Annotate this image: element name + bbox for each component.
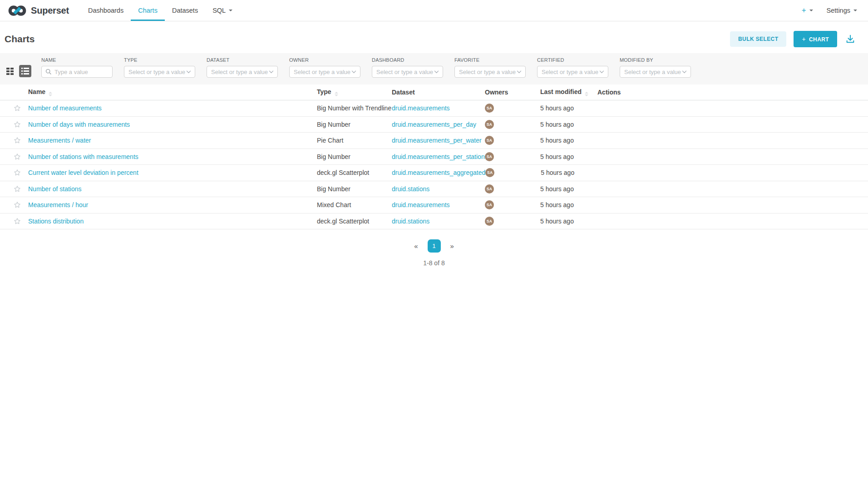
- owner-avatar: SA: [485, 184, 494, 193]
- sort-icon: [49, 92, 52, 96]
- filter-owner: OWNER Select or type a value: [289, 57, 360, 78]
- filter-favorite: FAVORITE Select or type a value: [454, 57, 526, 78]
- list-view-icon: [21, 68, 29, 74]
- nav-item-charts[interactable]: Charts: [131, 0, 165, 21]
- chart-name-link[interactable]: Number of stations: [28, 185, 82, 193]
- table-row: Measurements / hour Mixed Chart druid.me…: [0, 197, 868, 213]
- chevron-down-icon: [599, 70, 604, 74]
- nav-item-sql[interactable]: SQL: [205, 0, 240, 21]
- last-modified-cell: 5 hours ago: [540, 153, 597, 160]
- page-title: Charts: [5, 34, 35, 45]
- filter-label: FAVORITE: [454, 57, 526, 63]
- dataset-link[interactable]: druid.stations: [392, 185, 429, 193]
- table-row: Number of days with measurements Big Num…: [0, 117, 868, 133]
- chevron-down-icon: [853, 10, 857, 11]
- nav-item-datasets[interactable]: Datasets: [165, 0, 205, 21]
- column-header-dataset: Dataset: [392, 89, 485, 96]
- favorite-star-button[interactable]: [14, 121, 21, 128]
- owner-avatar: SA: [485, 136, 494, 145]
- favorite-star-button[interactable]: [14, 201, 21, 208]
- modified-by-filter-select[interactable]: Select or type a value: [620, 66, 691, 78]
- dataset-filter-select[interactable]: Select or type a value: [207, 66, 278, 78]
- chevron-down-icon: [351, 70, 356, 74]
- certified-filter-select[interactable]: Select or type a value: [537, 66, 608, 78]
- filter-type: TYPE Select or type a value: [124, 57, 195, 78]
- chart-name-link[interactable]: Current water level deviation in percent: [28, 169, 138, 176]
- nav-item-dashboards[interactable]: Dashboards: [81, 0, 131, 21]
- filter-label: MODIFIED BY: [620, 57, 691, 63]
- owner-avatar: SA: [485, 168, 494, 177]
- dataset-link[interactable]: druid.stations: [392, 218, 429, 225]
- bulk-select-button[interactable]: BULK SELECT: [730, 31, 786, 47]
- dataset-link[interactable]: druid.measurements_per_station: [392, 153, 485, 160]
- charts-table: Name Type Dataset Owners Last modified A…: [0, 84, 868, 267]
- chart-name-link[interactable]: Number of days with measurements: [28, 121, 130, 128]
- dataset-link[interactable]: druid.measurements: [392, 104, 450, 112]
- header-actions: BULK SELECT +CHART: [730, 31, 856, 47]
- filter-label: CERTIFIED: [537, 57, 608, 63]
- new-item-dropdown[interactable]: +: [802, 6, 813, 15]
- pagination: « 1 »: [0, 239, 868, 253]
- column-header-type[interactable]: Type: [317, 88, 392, 96]
- table-row: Current water level deviation in percent…: [0, 165, 868, 181]
- dataset-link[interactable]: druid.measurements_aggregated: [392, 169, 485, 176]
- filter-label: NAME: [41, 57, 113, 63]
- star-icon: [14, 185, 21, 193]
- last-modified-cell: 5 hours ago: [540, 201, 597, 208]
- dataset-link[interactable]: druid.measurements_per_water: [392, 137, 482, 144]
- chart-name-link[interactable]: Stations distribution: [28, 218, 84, 225]
- column-header-name[interactable]: Name: [28, 88, 317, 96]
- list-view-toggle[interactable]: [19, 65, 31, 77]
- chart-name-link[interactable]: Measurements / water: [28, 137, 91, 144]
- owner-avatar: SA: [485, 217, 494, 226]
- chart-type-cell: deck.gl Scatterplot: [317, 218, 392, 225]
- star-icon: [14, 218, 21, 225]
- column-header-last-modified[interactable]: Last modified: [540, 88, 597, 96]
- pagination-next-button[interactable]: »: [450, 242, 454, 250]
- owner-filter-select[interactable]: Select or type a value: [289, 66, 360, 78]
- chevron-down-icon: [809, 10, 813, 11]
- chart-name-link[interactable]: Number of stations with measurements: [28, 153, 138, 160]
- dataset-link[interactable]: druid.measurements: [392, 201, 450, 208]
- favorite-filter-select[interactable]: Select or type a value: [454, 66, 526, 78]
- dataset-link[interactable]: druid.measurements_per_day: [392, 121, 476, 128]
- table-row: Number of measurements Big Number with T…: [0, 100, 868, 117]
- table-header-row: Name Type Dataset Owners Last modified A…: [0, 84, 868, 100]
- chart-type-cell: Big Number: [317, 153, 392, 160]
- chart-type-cell: Mixed Chart: [317, 201, 392, 208]
- star-icon: [14, 153, 21, 160]
- filter-modified-by: MODIFIED BY Select or type a value: [620, 57, 691, 78]
- download-icon: [845, 34, 855, 44]
- settings-dropdown[interactable]: Settings: [827, 7, 857, 14]
- add-chart-button[interactable]: +CHART: [794, 31, 837, 47]
- superset-logo[interactable]: Superset: [8, 0, 69, 21]
- dashboard-filter-select[interactable]: Select or type a value: [372, 66, 443, 78]
- last-modified-cell: 5 hours ago: [540, 121, 597, 128]
- favorite-star-button[interactable]: [14, 137, 21, 144]
- last-modified-cell: 5 hours ago: [540, 218, 597, 225]
- sort-icon: [585, 92, 588, 96]
- card-view-toggle[interactable]: [6, 67, 14, 75]
- chart-name-link[interactable]: Measurements / hour: [28, 201, 88, 208]
- favorite-star-button[interactable]: [14, 153, 21, 160]
- filter-dashboard: DASHBOARD Select or type a value: [372, 57, 443, 78]
- pagination-prev-button[interactable]: «: [414, 242, 418, 250]
- pagination-page-1-button[interactable]: 1: [428, 239, 441, 253]
- favorite-star-button[interactable]: [14, 218, 21, 225]
- name-filter-input[interactable]: [42, 66, 112, 77]
- grid-view-icon: [6, 67, 14, 75]
- import-charts-button[interactable]: [844, 33, 856, 45]
- type-filter-select[interactable]: Select or type a value: [124, 66, 195, 78]
- column-header-actions: Actions: [597, 89, 868, 96]
- owner-avatar: SA: [485, 200, 494, 209]
- chart-name-link[interactable]: Number of measurements: [28, 104, 102, 112]
- last-modified-cell: 5 hours ago: [540, 104, 597, 112]
- favorite-star-button[interactable]: [14, 169, 21, 176]
- star-icon: [14, 121, 21, 128]
- filter-label: DASHBOARD: [372, 57, 443, 63]
- sort-icon: [335, 92, 338, 96]
- chevron-down-icon: [229, 10, 232, 11]
- chart-type-cell: Big Number: [317, 185, 392, 193]
- favorite-star-button[interactable]: [14, 185, 21, 193]
- favorite-star-button[interactable]: [14, 104, 21, 112]
